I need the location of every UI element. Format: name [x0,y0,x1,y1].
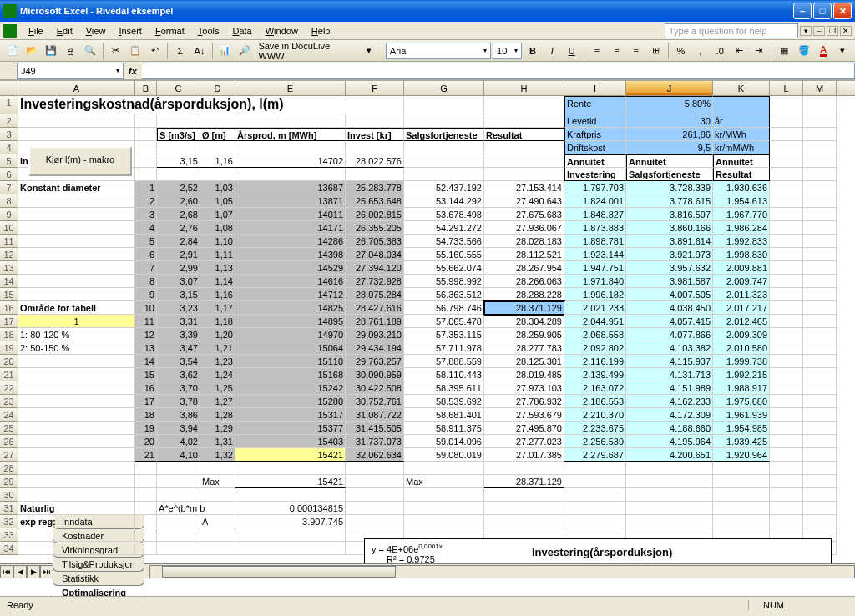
increase-decimal-button[interactable]: .0 [711,42,729,60]
col-header-A[interactable]: A [18,81,135,95]
undo-button[interactable]: ↶ [146,42,164,60]
help-search-input[interactable]: Type a question for help [665,23,798,38]
row-header[interactable]: 1 [0,96,18,114]
menu-window[interactable]: Window [259,24,305,38]
italic-button[interactable]: I [544,42,561,60]
window-minimize-button[interactable]: – [793,3,812,19]
menu-bar: FileEditViewInsertFormatToolsDataWindowH… [0,22,855,40]
title-cell[interactable]: Investeringskostnad(årsporduksjon), l(m) [18,96,404,114]
excel-doc-icon [3,24,17,38]
row-header[interactable]: 3 [0,128,18,141]
column-headers[interactable]: A B C D E F G H I J K L M [0,81,855,96]
research-button[interactable]: 🔎 [235,42,253,60]
new-doc-button[interactable]: 📄 [3,42,21,60]
col-header-I[interactable]: I [564,81,626,95]
open-button[interactable]: 📂 [23,42,40,60]
decrease-indent-button[interactable]: ⇤ [731,42,748,60]
horizontal-scrollbar[interactable] [149,565,855,578]
menu-view[interactable]: View [79,24,113,38]
status-num: NUM [748,600,798,610]
col-header-M[interactable]: M [803,81,837,95]
align-center-button[interactable]: ≡ [608,42,625,60]
sheet-tab-statistikk[interactable]: Statistikk [53,572,144,586]
col-header-K[interactable]: K [713,81,770,95]
sheet-tab-optimalisering[interactable]: Optimalisering [53,586,144,597]
menu-format[interactable]: Format [149,24,191,38]
chart-button[interactable]: 📊 [216,42,234,60]
col-header-B[interactable]: B [135,81,157,95]
row-header[interactable]: 4 [0,141,18,154]
standard-toolbar: 📄 📂 💾 🖨 🔍 ✂ 📋 ↶ Σ A↓ 📊 🔎 Save in DocuLiv… [0,40,855,62]
col-header-C[interactable]: C [157,81,200,95]
spreadsheet-grid[interactable]: A B C D E F G H I J K L M 1 Investerings… [0,80,855,596]
tab-nav-last[interactable]: ⏭ [40,565,53,578]
cut-button[interactable]: ✂ [107,42,124,60]
menu-insert[interactable]: Insert [112,24,149,38]
row-header[interactable]: 5 [0,154,18,168]
col-header-G[interactable]: G [404,81,484,95]
save-doculive-button[interactable]: Save in DocuLive WWW [255,41,358,61]
fx-button[interactable]: fx [124,66,142,76]
excel-app-icon [3,4,17,18]
formatting-more-button[interactable]: ▾ [834,42,852,60]
menu-tools[interactable]: Tools [191,24,226,38]
sheet-tab-bar: ⏮ ◀ ▶ ⏭ InndataKostnaderVirkningsgradTil… [0,563,855,578]
copy-button[interactable]: 📋 [126,42,144,60]
tab-nav-first[interactable]: ⏮ [0,565,13,578]
formula-input[interactable] [142,63,855,79]
comma-button[interactable]: , [691,42,709,60]
align-right-button[interactable]: ≡ [627,42,645,60]
menu-data[interactable]: Data [225,24,258,38]
row-header[interactable]: 6 [0,168,18,181]
name-box[interactable]: J49▾ [17,63,124,79]
window-close-button[interactable]: ✕ [833,3,852,19]
underline-button[interactable]: U [563,42,580,60]
col-header-L[interactable]: L [770,81,803,95]
toolbar-more-button[interactable]: ▾ [360,42,377,60]
col-header-D[interactable]: D [200,81,235,95]
menu-help[interactable]: Help [305,24,337,38]
doc-close-button[interactable]: ✕ [840,26,852,36]
status-bar: Ready NUM [0,596,855,613]
embedded-chart[interactable]: y = 4E+06e0,0001x R² = 0,9725 Investerin… [364,538,832,563]
increase-indent-button[interactable]: ⇥ [750,42,767,60]
doc-minimize-button[interactable]: – [813,26,825,36]
print-button[interactable]: 🖨 [62,42,79,60]
col-header-H[interactable]: H [484,81,564,95]
doc-restore-button[interactable]: ❐ [827,26,838,36]
run-macro-button[interactable]: Kjør l(m) - makro [28,146,132,176]
col-header-J[interactable]: J [626,81,713,95]
window-titlebar: Microsoft Excel - Rivedal eksempel – □ ✕ [0,0,855,22]
col-header-F[interactable]: F [346,81,404,95]
formula-bar: J49▾ fx [0,62,855,80]
tab-nav-next[interactable]: ▶ [27,565,40,578]
font-name-select[interactable]: Arial▾ [386,43,491,59]
window-maximize-button[interactable]: □ [813,3,832,19]
percent-button[interactable]: % [672,42,690,60]
menu-file[interactable]: File [22,24,50,38]
row-header[interactable]: 2 [0,114,18,128]
col-header-E[interactable]: E [235,81,346,95]
status-ready: Ready [7,600,748,610]
align-left-button[interactable]: ≡ [588,42,605,60]
merge-center-button[interactable]: ⊞ [646,42,664,60]
font-size-select[interactable]: 10▾ [493,43,522,59]
fill-color-button[interactable]: 🪣 [795,42,812,60]
select-all-corner[interactable] [0,81,18,95]
window-title: Microsoft Excel - Rivedal eksempel [20,6,793,16]
help-dropdown-button[interactable]: ▾ [800,26,812,36]
print-preview-button[interactable]: 🔍 [82,42,99,60]
save-button[interactable]: 💾 [43,42,60,60]
tab-nav-prev[interactable]: ◀ [13,565,27,578]
borders-button[interactable]: ▦ [776,42,793,60]
sort-button[interactable]: A↓ [190,42,208,60]
bold-button[interactable]: B [524,42,541,60]
autosum-button[interactable]: Σ [171,42,189,60]
menu-edit[interactable]: Edit [50,24,79,38]
font-color-button[interactable]: A [814,42,832,60]
